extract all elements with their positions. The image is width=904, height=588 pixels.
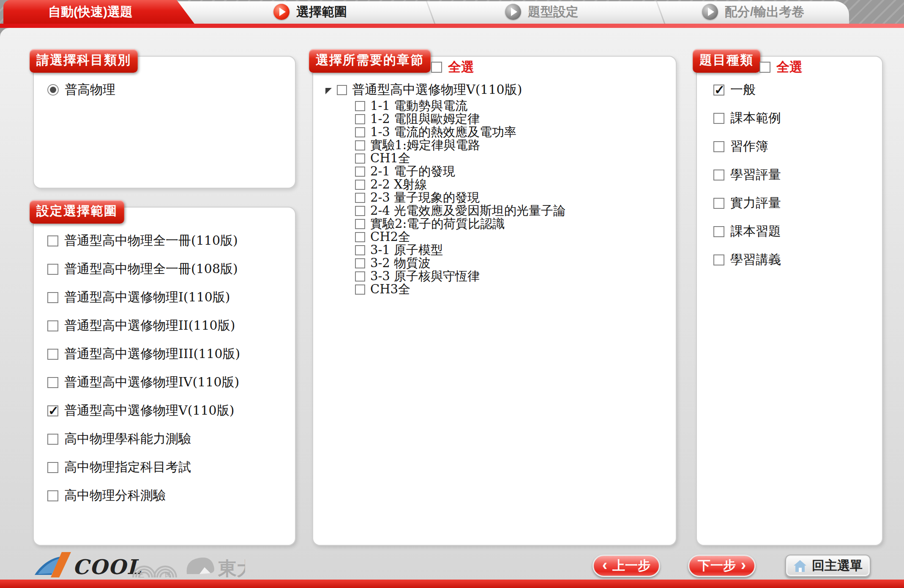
chapter-checkbox[interactable]	[355, 180, 365, 190]
home-menu-label: 回主選單	[812, 557, 863, 574]
scope-item-label: 高中物理分科測驗	[64, 487, 166, 504]
type-checkbox[interactable]	[713, 226, 724, 237]
scope-checkbox[interactable]	[47, 264, 58, 275]
play-icon	[505, 4, 521, 20]
type-checkbox[interactable]	[713, 198, 724, 209]
chapter-select-all-checkbox[interactable]	[431, 62, 442, 73]
scope-item-row[interactable]: 普通型高中物理全一冊(110版)	[47, 232, 240, 249]
type-select-all[interactable]: 全選	[759, 58, 803, 76]
tab-select-range[interactable]: 選擇範圍	[194, 0, 426, 24]
type-item-row[interactable]: 課本習題	[713, 223, 781, 240]
chapter-checkbox[interactable]	[355, 258, 365, 268]
type-checkbox[interactable]	[713, 254, 724, 265]
scope-item-label: 高中物理學科能力測驗	[64, 430, 191, 448]
chapter-root-checkbox[interactable]	[337, 85, 347, 95]
scope-item-label: 普通型高中選修物理I(110版)	[64, 289, 230, 306]
tree-expander-icon[interactable]	[325, 88, 332, 94]
scope-checkbox[interactable]	[47, 235, 58, 246]
question-type-panel-title: 題目種類	[693, 49, 760, 73]
chapter-checkbox[interactable]	[355, 127, 365, 137]
scope-checkbox[interactable]	[47, 377, 58, 388]
chapter-tree-root-row[interactable]: 普通型高中選修物理V(110版)	[325, 81, 565, 98]
scope-panel-title: 設定選擇範圍	[30, 200, 124, 224]
prev-step-button[interactable]: ‹ 上一步	[593, 555, 660, 577]
chapter-panel-title: 選擇所需要的章節	[309, 49, 431, 73]
tab-bar-underline	[0, 24, 904, 28]
type-item-label: 學習評量	[730, 166, 781, 183]
tab-question-type-setting[interactable]: 題型設定	[428, 0, 656, 24]
chapter-checkbox[interactable]	[355, 101, 365, 111]
chapter-checkbox[interactable]	[355, 245, 365, 255]
tab-label: 配分/輸出考卷	[725, 3, 804, 21]
chapter-tree-children: 1-1 電動勢與電流 1-2 電阻與歐姆定律 1-3 電流的熱效應及電功率 實驗…	[325, 99, 565, 296]
type-item-row[interactable]: 課本範例	[713, 109, 781, 127]
app-window: 自動(快速)選題 選擇範圍 題型設定 配分/輸出考卷 請選擇科目類別 普高物理 …	[0, 0, 904, 588]
subject-option-label: 普高物理	[65, 81, 115, 98]
logo-dongda-icon	[187, 558, 214, 574]
scope-item-row[interactable]: 普通型高中物理全一冊(108版)	[47, 260, 240, 278]
type-checkbox[interactable]	[713, 113, 724, 124]
tab-label: 題型設定	[528, 3, 579, 21]
home-menu-button[interactable]: 回主選單	[785, 555, 871, 577]
chapter-checkbox[interactable]	[355, 284, 365, 295]
chapter-select-all-label: 全選	[448, 58, 474, 76]
type-list: 一般 課本範例 習作簿 學習評量 實力評量 課本習題 學習講義	[713, 81, 781, 279]
bottom-red-bar	[0, 580, 904, 588]
scope-checkbox[interactable]	[47, 292, 58, 303]
tab-score-output[interactable]: 配分/輸出考卷	[658, 0, 849, 24]
type-item-row[interactable]: 習作簿	[713, 138, 781, 155]
type-item-row[interactable]: 學習講義	[713, 251, 781, 268]
type-item-label: 習作簿	[730, 138, 768, 155]
scope-item-row[interactable]: 普通型高中選修物理III(110版)	[47, 345, 240, 363]
chapter-checkbox[interactable]	[355, 193, 365, 203]
type-select-all-label: 全選	[776, 58, 803, 76]
scope-item-row[interactable]: 高中物理學科能力測驗	[47, 430, 240, 448]
type-checkbox[interactable]	[713, 170, 724, 181]
scope-checkbox[interactable]	[47, 349, 58, 360]
scope-item-row[interactable]: 高中物理分科測驗	[47, 487, 240, 504]
chapter-checkbox[interactable]	[355, 206, 365, 216]
type-item-row[interactable]: 一般	[713, 81, 781, 98]
chapter-row[interactable]: CH3全	[355, 283, 565, 296]
scope-item-label: 普通型高中選修物理III(110版)	[64, 345, 240, 363]
scope-checkbox[interactable]	[47, 434, 58, 445]
scope-checkbox[interactable]	[47, 462, 58, 473]
next-step-button[interactable]: 下一步 ›	[688, 555, 756, 577]
scope-checkbox[interactable]	[47, 320, 58, 331]
chapter-checkbox[interactable]	[355, 114, 365, 124]
logo-cool-text: COOL	[73, 555, 142, 579]
subject-option-row[interactable]: 普高物理	[47, 81, 115, 98]
subject-radio[interactable]	[47, 84, 59, 96]
type-item-label: 課本習題	[730, 223, 781, 240]
type-checkbox[interactable]	[713, 141, 724, 152]
chapter-checkbox[interactable]	[355, 167, 365, 177]
scope-checkbox[interactable]	[47, 405, 58, 416]
chapter-select-all[interactable]: 全選	[431, 58, 474, 76]
chapter-checkbox[interactable]	[355, 153, 365, 164]
type-item-label: 學習講義	[730, 251, 781, 268]
type-item-row[interactable]: 實力評量	[713, 194, 781, 212]
play-icon	[702, 4, 718, 20]
scope-item-label: 普通型高中選修物理V(110版)	[64, 402, 234, 419]
type-select-all-checkbox[interactable]	[759, 62, 770, 73]
scope-item-row[interactable]: 普通型高中選修物理II(110版)	[47, 317, 240, 334]
scope-item-label: 高中物理指定科目考試	[64, 459, 191, 476]
chapter-checkbox[interactable]	[355, 232, 365, 242]
chapter-checkbox[interactable]	[355, 271, 365, 282]
scope-item-row[interactable]: 普通型高中選修物理I(110版)	[47, 289, 240, 306]
next-step-label: 下一步	[698, 557, 736, 574]
publisher-logos: COOL 三 民 東大	[34, 550, 245, 583]
scope-item-row[interactable]: 高中物理指定科目考試	[47, 459, 240, 476]
scope-checkbox[interactable]	[47, 490, 58, 501]
type-checkbox[interactable]	[713, 85, 724, 96]
scope-item-row[interactable]: 普通型高中選修物理IV(110版)	[47, 374, 240, 391]
type-item-row[interactable]: 學習評量	[713, 166, 781, 183]
logo-cool-icon	[35, 552, 71, 577]
type-item-label: 一般	[730, 81, 756, 98]
tab-auto-quick-select[interactable]: 自動(快速)選題	[3, 0, 194, 24]
type-item-label: 課本範例	[730, 109, 781, 127]
chapter-checkbox[interactable]	[355, 219, 365, 229]
scope-item-row[interactable]: 普通型高中選修物理V(110版)	[47, 402, 240, 419]
prev-step-label: 上一步	[612, 557, 650, 574]
chapter-checkbox[interactable]	[355, 140, 365, 150]
